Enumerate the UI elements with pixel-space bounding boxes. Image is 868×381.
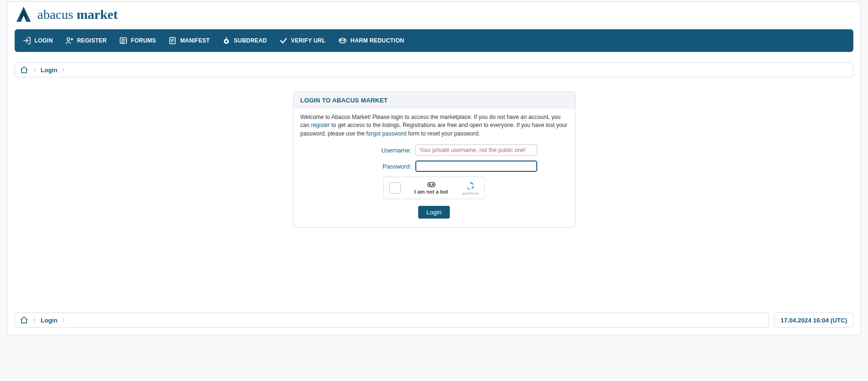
content-area: LOGIN TO ABACUS MARKET Welcome to Abacus… (8, 77, 860, 313)
card-title: LOGIN TO ABACUS MARKET (293, 92, 575, 109)
nav-label: HARM REDUCTION (351, 37, 404, 44)
captcha-box: I am not a bot abCAPTCHA (383, 177, 485, 199)
captcha-brand-wrap: abCAPTCHA (462, 181, 479, 195)
logo-text: abacus market (37, 7, 118, 22)
login-button[interactable]: Login (418, 206, 450, 219)
captcha-checkbox[interactable] (389, 182, 401, 194)
intro-text: Welcome to Abacus Market! Please login t… (301, 113, 568, 138)
username-row: Username: (301, 144, 568, 156)
svg-point-3 (67, 38, 70, 41)
svg-point-22 (432, 184, 434, 186)
chevron-right-icon (32, 68, 37, 72)
nav-label: VERIFY URL (291, 37, 326, 44)
breadcrumb: Login (15, 62, 853, 77)
user-plus-icon (65, 36, 74, 45)
password-label: Password: (331, 163, 412, 170)
check-icon (279, 36, 288, 45)
svg-point-21 (429, 184, 430, 186)
home-icon[interactable] (20, 66, 28, 74)
register-link[interactable]: register (311, 122, 330, 128)
header: abacus market (8, 2, 860, 29)
login-icon (23, 36, 31, 45)
breadcrumb-current[interactable]: Login (41, 67, 57, 74)
nav-manifest[interactable]: MANIFEST (162, 29, 216, 52)
footer-breadcrumb-current[interactable]: Login (41, 317, 57, 324)
svg-point-17 (339, 38, 346, 43)
svg-point-15 (225, 40, 228, 42)
logo-icon (15, 6, 33, 24)
subdread-icon (222, 36, 231, 45)
intro-part3: form to reset your password. (406, 130, 480, 137)
home-icon[interactable] (20, 316, 28, 324)
captcha-mid: I am not a bot (407, 181, 455, 195)
mask-icon (338, 36, 347, 45)
nav-login[interactable]: LOGIN (17, 29, 59, 52)
password-input[interactable] (415, 161, 537, 172)
nav-subdread[interactable]: SUBDREAD (216, 29, 273, 52)
nav-label: LOGIN (34, 37, 53, 44)
timestamp: 17.04.2024 16:04 (UTC) (774, 313, 853, 328)
logo-word2: market (77, 7, 118, 22)
nav-verify-url[interactable]: VERIFY URL (273, 29, 332, 52)
footer-row: Login 17.04.2024 16:04 (UTC) (15, 313, 853, 328)
brand-logo[interactable]: abacus market (15, 6, 118, 24)
card-body: Welcome to Abacus Market! Please login t… (293, 109, 575, 227)
chevron-right-icon (61, 318, 66, 322)
nav-forums[interactable]: FORUMS (113, 29, 162, 52)
captcha-brand: abCAPTCHA (462, 192, 479, 195)
nav-label: FORUMS (131, 37, 156, 44)
recaptcha-icon (465, 181, 475, 191)
login-card: LOGIN TO ABACUS MARKET Welcome to Abacus… (293, 92, 576, 228)
nav-label: SUBDREAD (234, 37, 267, 44)
main-nav: LOGIN REGISTER FORUMS MANIFEST SUBDREAD (15, 29, 853, 52)
username-label: Username: (331, 147, 412, 154)
page-container: abacus market LOGIN REGISTER FORUMS (7, 1, 861, 335)
footer-breadcrumb: Login (15, 313, 769, 328)
chevron-right-icon (32, 318, 37, 322)
nav-harm-reduction[interactable]: HARM REDUCTION (332, 29, 410, 52)
svg-rect-16 (226, 37, 227, 40)
forgot-password-link[interactable]: forgot password (366, 130, 406, 137)
submit-row: Login (301, 206, 568, 219)
username-input[interactable] (415, 144, 537, 156)
robot-icon (426, 181, 437, 188)
nav-label: REGISTER (77, 37, 107, 44)
captcha-label: I am not a bot (414, 189, 448, 195)
document-icon (168, 36, 177, 45)
list-icon (119, 36, 128, 45)
logo-word1: abacus (37, 7, 73, 22)
svg-point-18 (340, 40, 342, 41)
chevron-right-icon (61, 68, 66, 72)
svg-point-19 (344, 40, 345, 41)
nav-label: MANIFEST (180, 37, 210, 44)
password-row: Password: (301, 161, 568, 172)
nav-register[interactable]: REGISTER (59, 29, 113, 52)
